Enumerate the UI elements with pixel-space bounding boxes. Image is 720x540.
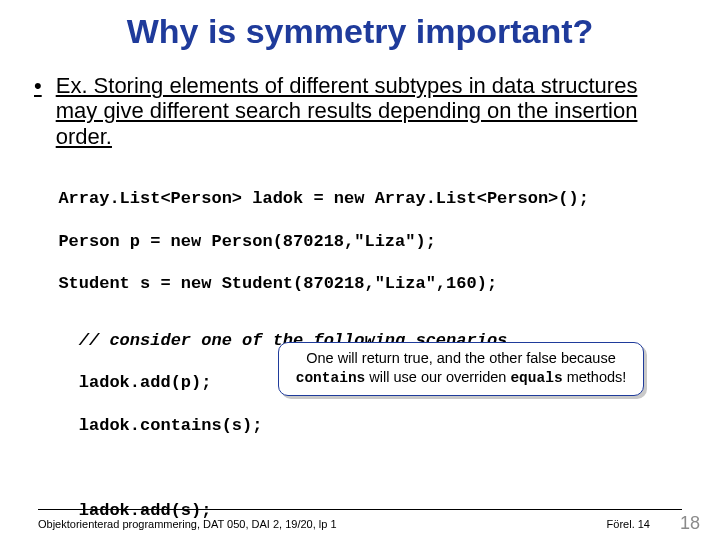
bullet-dot: • xyxy=(34,73,42,99)
bullet-item: • Ex. Storing elements of different subt… xyxy=(38,73,682,149)
footer-right: Förel. 14 xyxy=(607,518,650,530)
callout-text: will use our overriden xyxy=(365,369,510,385)
callout-text: methods! xyxy=(563,369,627,385)
code-line: ladok.add(p); xyxy=(79,373,212,392)
page-number: 18 xyxy=(680,513,700,534)
code-line: Student s = new Student(870218,"Liza",16… xyxy=(58,274,497,293)
callout-code-word: equals xyxy=(510,370,562,386)
code-line: Array.List<Person> ladok = new Array.Lis… xyxy=(58,189,589,208)
bullet-text: Ex. Storing elements of different subtyp… xyxy=(56,73,682,149)
callout-code-word: contains xyxy=(296,370,366,386)
code-line: ladok.add(s); xyxy=(79,501,212,520)
code-block-initial: Array.List<Person> ladok = new Array.Lis… xyxy=(38,167,682,295)
callout-box: One will return true, and the other fals… xyxy=(278,342,644,395)
footer-rule xyxy=(38,509,682,510)
lower-area: // consider one of the following scenari… xyxy=(38,308,682,540)
slide-title: Why is symmetry important? xyxy=(38,12,682,51)
footer-left: Objektorienterad programmering, DAT 050,… xyxy=(38,518,337,530)
callout-text: One will return true, and the other fals… xyxy=(306,350,616,366)
code-line: ladok.contains(s); xyxy=(79,416,263,435)
code-line: Person p = new Person(870218,"Liza"); xyxy=(58,232,435,251)
